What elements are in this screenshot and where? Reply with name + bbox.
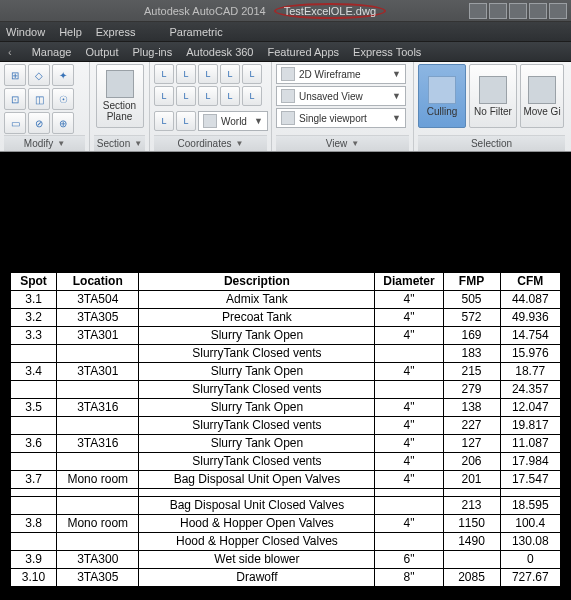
modify-tool-9[interactable]: ⊕ <box>52 112 74 134</box>
chevron-down-icon: ▼ <box>351 139 359 148</box>
saved-view-dropdown[interactable]: Unsaved View ▼ <box>276 86 406 106</box>
coord-tool-6[interactable]: L <box>154 86 174 106</box>
cell-spot <box>11 381 57 399</box>
ribbon: ⊞ ◇ ✦ ⊡ ◫ ☉ ▭ ⊘ ⊕ Modify▼ <box>0 62 571 152</box>
modify-tool-8[interactable]: ⊘ <box>28 112 50 134</box>
coord-tool-10[interactable]: L <box>242 86 262 106</box>
modify-tool-2[interactable]: ◇ <box>28 64 50 86</box>
tab-featured[interactable]: Featured Apps <box>268 46 340 58</box>
modify-label[interactable]: Modify▼ <box>4 135 85 151</box>
menu-bar: Window Help Express Parametric <box>0 22 571 42</box>
header-cfm: CFM <box>500 273 560 291</box>
title-icon-5[interactable] <box>549 3 567 19</box>
menu-help[interactable]: Help <box>59 26 82 38</box>
table-row: 3.53TA316Slurry Tank Open4"13812.047 <box>11 399 561 417</box>
cell-location: 3TA305 <box>57 569 139 587</box>
modify-tool-1[interactable]: ⊞ <box>4 64 26 86</box>
cell-fmp: 215 <box>443 363 500 381</box>
culling-button[interactable]: Culling <box>418 64 466 128</box>
cell-description: Admix Tank <box>139 291 375 309</box>
cell-description: SlurryTank Closed vents <box>139 453 375 471</box>
cell-cfm: 0 <box>500 551 560 569</box>
cell-diameter: 4" <box>375 417 443 435</box>
chevron-down-icon: ▼ <box>236 139 244 148</box>
table-row: SlurryTank Closed vents27924.357 <box>11 381 561 399</box>
modify-tool-4[interactable]: ⊡ <box>4 88 26 110</box>
title-icon-2[interactable] <box>489 3 507 19</box>
coord-tool-5[interactable]: L <box>242 64 262 84</box>
cell-spot <box>11 497 57 515</box>
section-label-text: Section <box>97 138 130 149</box>
drawing-area[interactable]: Spot Location Description Diameter FMP C… <box>0 152 571 600</box>
cell-diameter: 4" <box>375 453 443 471</box>
tab-output[interactable]: Output <box>85 46 118 58</box>
cell-fmp: 213 <box>443 497 500 515</box>
coord-world-dropdown[interactable]: World ▼ <box>198 111 268 131</box>
cell-diameter: 4" <box>375 363 443 381</box>
movegizmo-button[interactable]: Move Gi <box>520 64 564 128</box>
modify-tool-7[interactable]: ▭ <box>4 112 26 134</box>
cell-description: SlurryTank Closed vents <box>139 417 375 435</box>
tab-plugins[interactable]: Plug-ins <box>132 46 172 58</box>
cell-location: 3TA504 <box>57 291 139 309</box>
cell-description: Hood & Hopper Open Valves <box>139 515 375 533</box>
tab-scroll-left-icon[interactable]: ‹ <box>8 46 18 58</box>
coord-tool-9[interactable]: L <box>220 86 240 106</box>
coord-tool-3[interactable]: L <box>198 64 218 84</box>
coordinates-label-text: Coordinates <box>178 138 232 149</box>
cell-spot <box>11 345 57 363</box>
menu-parametric[interactable]: Parametric <box>170 26 223 38</box>
table-cell <box>11 489 57 497</box>
cell-fmp: 201 <box>443 471 500 489</box>
coord-tool-11[interactable]: L <box>154 111 174 131</box>
modify-tool-3[interactable]: ✦ <box>52 64 74 86</box>
cell-spot: 3.5 <box>11 399 57 417</box>
section-plane-button[interactable]: Section Plane <box>96 64 144 128</box>
cell-cfm: 15.976 <box>500 345 560 363</box>
table-cell <box>375 489 443 497</box>
cell-fmp: 1490 <box>443 533 500 551</box>
title-icon-4[interactable] <box>529 3 547 19</box>
view-label[interactable]: View▼ <box>276 135 409 151</box>
coord-tool-1[interactable]: L <box>154 64 174 84</box>
movegizmo-icon <box>528 76 556 104</box>
visual-style-text: 2D Wireframe <box>299 69 388 80</box>
coordinates-label[interactable]: Coordinates▼ <box>154 135 267 151</box>
cell-description: Bag Disposal Unit Open Valves <box>139 471 375 489</box>
coord-tool-4[interactable]: L <box>220 64 240 84</box>
cell-spot: 3.4 <box>11 363 57 381</box>
visual-style-dropdown[interactable]: 2D Wireframe ▼ <box>276 64 406 84</box>
coord-tool-12[interactable]: L <box>176 111 196 131</box>
tab-autodesk360[interactable]: Autodesk 360 <box>186 46 253 58</box>
title-icon-3[interactable] <box>509 3 527 19</box>
modify-tool-5[interactable]: ◫ <box>28 88 50 110</box>
cell-cfm: 19.817 <box>500 417 560 435</box>
tab-expresstools[interactable]: Express Tools <box>353 46 421 58</box>
tab-manage[interactable]: Manage <box>32 46 72 58</box>
cell-cfm: 18.77 <box>500 363 560 381</box>
menu-window[interactable]: Window <box>6 26 45 38</box>
nofilter-button[interactable]: No Filter <box>469 64 517 128</box>
table-cell <box>57 489 139 497</box>
viewport-dropdown[interactable]: Single viewport ▼ <box>276 108 406 128</box>
modify-tool-6[interactable]: ☉ <box>52 88 74 110</box>
cell-location: 3TA316 <box>57 399 139 417</box>
cell-description: SlurryTank Closed vents <box>139 345 375 363</box>
header-description: Description <box>139 273 375 291</box>
table-row: 3.13TA504Admix Tank4"50544.087 <box>11 291 561 309</box>
coord-tool-2[interactable]: L <box>176 64 196 84</box>
section-label[interactable]: Section▼ <box>94 135 145 151</box>
cell-cfm: 24.357 <box>500 381 560 399</box>
coord-tool-7[interactable]: L <box>176 86 196 106</box>
cell-cfm: 17.547 <box>500 471 560 489</box>
table-row: 3.43TA301Slurry Tank Open4"21518.77 <box>11 363 561 381</box>
cell-spot: 3.10 <box>11 569 57 587</box>
menu-express[interactable]: Express <box>96 26 136 38</box>
title-icon-1[interactable] <box>469 3 487 19</box>
table-row: 3.33TA301Slurry Tank Open4"16914.754 <box>11 327 561 345</box>
cell-location <box>57 533 139 551</box>
coord-tool-8[interactable]: L <box>198 86 218 106</box>
ole-excel-table[interactable]: Spot Location Description Diameter FMP C… <box>10 272 561 587</box>
cell-spot: 3.9 <box>11 551 57 569</box>
ribbon-group-view: 2D Wireframe ▼ Unsaved View ▼ Single vie… <box>272 62 414 151</box>
